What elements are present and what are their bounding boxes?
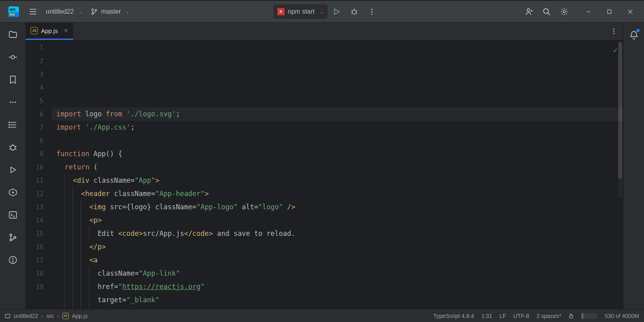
svg-line-45 [9,146,10,147]
line-number: 13 [26,200,43,214]
chevron-down-icon: ⌄ [78,9,83,14]
vcs-branch-selector[interactable]: master ⌄ [87,4,134,19]
line-number: 3 [26,68,43,81]
run-tool-icon[interactable] [5,162,21,178]
gutter: 12345678910111213141516171819 [26,40,52,309]
code-line[interactable]: href="https://reactjs.org" [52,280,623,293]
project-name: untitled22 [46,8,74,15]
svg-point-31 [11,56,14,59]
scrollbar-thumb[interactable] [618,42,622,179]
line-number: 18 [26,267,43,280]
debug-button[interactable] [345,3,363,21]
main-menu-icon[interactable] [24,3,42,21]
debug-tool-icon[interactable] [5,139,21,155]
svg-point-24 [544,8,549,13]
js-file-icon: JS [62,313,69,319]
svg-rect-52 [9,212,17,218]
analysis-ok-icon[interactable]: ✓ [613,43,617,57]
services-tool-icon[interactable] [5,184,21,200]
line-number: 19 [26,280,43,293]
status-cursor-position[interactable]: 1:31 [481,313,492,319]
run-config-selector[interactable]: n npm start ⌄ [273,4,328,19]
more-tools-icon[interactable] [5,94,21,110]
more-actions-icon[interactable] [363,3,381,21]
editor-tab-bar: JS App.js ✕ [26,23,623,40]
minimize-button[interactable] [578,3,599,21]
project-selector[interactable]: untitled22 ⌄ [42,4,87,19]
memory-indicator-bar[interactable] [581,313,597,319]
code-with-me-icon[interactable] [520,3,538,21]
code-line[interactable]: Edit <code>src/App.js</code> and save to… [52,227,623,240]
svg-line-25 [548,13,550,15]
chevron-down-icon: ⌄ [126,9,130,14]
status-indent[interactable]: 2 spaces* [537,313,561,319]
right-toolwindow-rail [623,23,644,309]
settings-icon[interactable] [555,3,573,21]
svg-line-48 [15,149,17,150]
bookmarks-tool-icon[interactable] [5,72,21,88]
chevron-down-icon: ⌄ [320,9,324,14]
folder-icon [5,313,10,319]
svg-point-54 [10,234,12,236]
svg-rect-64 [570,316,573,318]
code-line[interactable]: import logo from './logo.svg'; [52,107,623,121]
editor-tab-active[interactable]: JS App.js ✕ [26,23,73,40]
code-line[interactable]: </p> [52,240,623,254]
svg-line-17 [356,13,357,14]
line-number: 6 [26,107,43,121]
svg-line-16 [351,13,353,14]
svg-point-36 [14,101,16,103]
code-line[interactable]: function App() { [52,147,623,161]
code-line[interactable]: import './App.css'; [52,121,623,134]
code-line[interactable]: return ( [52,161,623,174]
status-typescript[interactable]: TypeScript 4.8.4 [433,313,474,319]
code-line[interactable]: rel="noopener noreferrer" [52,307,623,309]
titlebar: WSEAP untitled22 ⌄ master ⌄ n npm start … [0,0,644,23]
close-tab-icon[interactable]: ✕ [64,27,68,34]
code-line[interactable]: <div className="App"> [52,174,623,187]
run-config-label: npm start [288,8,315,15]
search-everywhere-icon[interactable] [538,3,555,21]
maximize-button[interactable] [599,3,620,21]
close-button[interactable] [620,3,641,21]
problems-tool-icon[interactable] [5,252,21,268]
breadcrumb[interactable]: untitled22 › src › JS App.js [5,313,88,319]
svg-point-20 [371,13,372,14]
line-number: 10 [26,161,43,174]
notifications-icon[interactable] [627,28,641,43]
line-number: 12 [26,187,43,200]
svg-marker-11 [334,9,339,14]
run-button[interactable] [328,3,345,21]
code-area[interactable]: ✓ import logo from './logo.svg';import '… [52,40,623,309]
svg-line-14 [351,10,353,11]
code-line[interactable]: target="_blank" [52,293,623,307]
code-line[interactable]: <a [52,254,623,267]
svg-point-35 [12,101,14,103]
tab-more-icon[interactable] [607,25,621,38]
code-line[interactable] [52,134,623,147]
code-line[interactable]: <p> [52,214,623,227]
line-number: 8 [26,134,43,147]
svg-rect-28 [608,10,611,13]
branch-name: master [101,8,121,15]
svg-point-41 [9,124,10,125]
svg-line-46 [15,146,17,147]
svg-marker-49 [11,167,16,173]
editor-pane: JS App.js ✕ 1234567891011121314151617181… [26,23,623,309]
status-encoding[interactable]: UTF-8 [513,313,529,319]
line-number: 15 [26,227,43,240]
commit-tool-icon[interactable] [5,49,21,65]
terminal-tool-icon[interactable] [5,207,21,223]
editor-body[interactable]: 12345678910111213141516171819 ✓ import l… [26,40,623,309]
status-readonly-icon[interactable] [568,313,574,319]
status-memory[interactable]: 530 of 4000M [605,313,639,319]
svg-line-15 [356,10,357,11]
svg-line-47 [9,149,10,150]
code-line[interactable]: className="App-link" [52,267,623,280]
code-line[interactable]: <header className="App-header"> [52,187,623,200]
code-line[interactable]: <img src={logo} className="App-logo" alt… [52,200,623,214]
structure-tool-icon[interactable] [5,117,21,133]
status-line-separator[interactable]: LF [500,313,506,319]
git-tool-icon[interactable] [5,229,21,246]
project-tool-icon[interactable] [5,27,21,43]
